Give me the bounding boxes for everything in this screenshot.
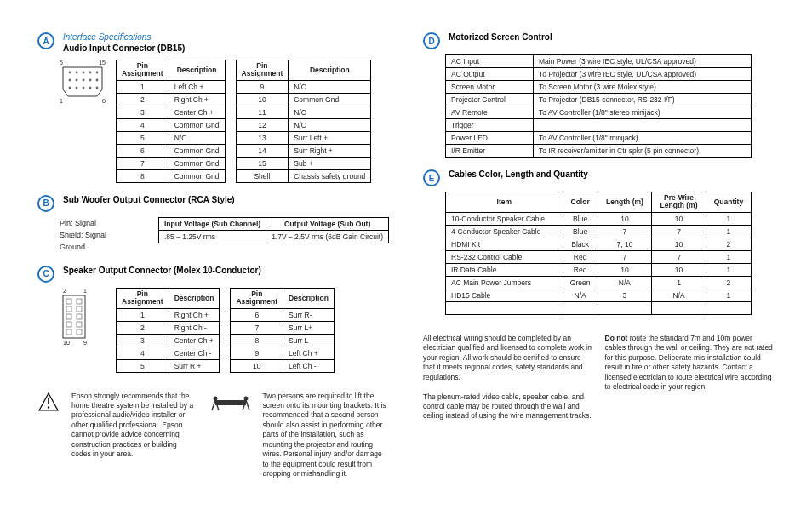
section-d-title: Motorized Screen Control	[449, 32, 552, 42]
svg-rect-17	[77, 299, 82, 304]
warn-text-1: Epson strongly recommends that the home …	[71, 392, 198, 479]
section-b-header: B Sub Woofer Output Connector (RCA Style…	[37, 195, 389, 212]
section-e-header: E Cables Color, Length and Quantity	[423, 169, 775, 186]
section-c-title: Speaker Output Connector (Molex 10-Condu…	[63, 266, 261, 275]
svg-rect-24	[66, 329, 71, 335]
svg-point-10	[69, 87, 71, 89]
b-pin: Pin: Signal	[60, 217, 124, 229]
warn-text-4: Do not route the standard 7m and 10m pow…	[605, 334, 775, 421]
badge-a: A	[37, 32, 54, 49]
b-shield: Shield: Signal Ground	[60, 229, 124, 254]
warning-icon	[37, 392, 60, 479]
section-e-title: Cables Color, Length and Quantity	[449, 169, 588, 179]
db15-diagram: 515 16	[60, 60, 106, 104]
svg-rect-16	[66, 299, 71, 304]
badge-e: E	[423, 169, 440, 186]
table-b: Input Voltage (Sub Channel)Output Voltag…	[158, 217, 389, 243]
svg-rect-19	[77, 306, 82, 312]
table-c-left: PinAssignmentDescription1Right Ch +2Righ…	[116, 288, 220, 373]
svg-rect-22	[66, 322, 71, 327]
svg-point-11	[76, 87, 78, 89]
badge-b: B	[37, 195, 54, 212]
badge-c: C	[37, 266, 54, 283]
badge-d: D	[423, 32, 440, 49]
svg-point-2	[83, 72, 85, 74]
svg-point-1	[76, 72, 78, 74]
svg-rect-20	[66, 314, 71, 319]
section-c-header: C Speaker Output Connector (Molex 10-Con…	[37, 266, 389, 283]
table-a-right: PinAssignmentDescription9N/C10Common Gnd…	[236, 60, 372, 183]
svg-point-30	[243, 396, 248, 400]
lift-icon	[210, 392, 251, 479]
table-a-left: PinAssignmentDescription1Left Ch +2Right…	[116, 60, 226, 183]
svg-point-8	[89, 79, 92, 82]
section-a-header: A Interface Specifications Audio Input C…	[37, 32, 389, 54]
svg-point-5	[69, 79, 71, 82]
section-a-title: Audio Input Connector (DB15)	[63, 43, 185, 53]
section-d-header: D Motorized Screen Control	[423, 32, 775, 49]
svg-point-3	[89, 72, 92, 74]
svg-rect-25	[77, 329, 82, 335]
interface-spec-label: Interface Specifications	[63, 32, 185, 42]
warn-text-3: All electrical wiring should be complete…	[423, 334, 593, 421]
svg-point-27	[48, 406, 49, 408]
section-b-title: Sub Woofer Output Connector (RCA Style)	[63, 195, 235, 204]
svg-point-4	[96, 72, 99, 74]
molex-diagram: 21 109	[60, 288, 106, 346]
svg-rect-21	[77, 314, 82, 319]
svg-point-13	[89, 87, 92, 89]
svg-rect-18	[66, 306, 71, 312]
table-d: AC InputMain Power (3 wire IEC style, UL…	[445, 54, 752, 158]
table-e: ItemColorLength (m)Pre-Wire Length (m)Qu…	[445, 192, 752, 315]
svg-rect-28	[215, 400, 246, 405]
svg-rect-23	[77, 322, 82, 327]
table-c-right: PinAssignmentDescription6Surr R-7Surr L+…	[230, 288, 334, 373]
svg-point-6	[76, 79, 78, 82]
svg-point-7	[83, 79, 85, 82]
svg-point-14	[96, 87, 99, 89]
svg-point-0	[69, 72, 71, 74]
svg-point-29	[213, 396, 217, 400]
svg-point-9	[96, 79, 99, 82]
svg-point-12	[83, 87, 85, 89]
warn-text-2: Two persons are required to lift the scr…	[263, 392, 390, 479]
